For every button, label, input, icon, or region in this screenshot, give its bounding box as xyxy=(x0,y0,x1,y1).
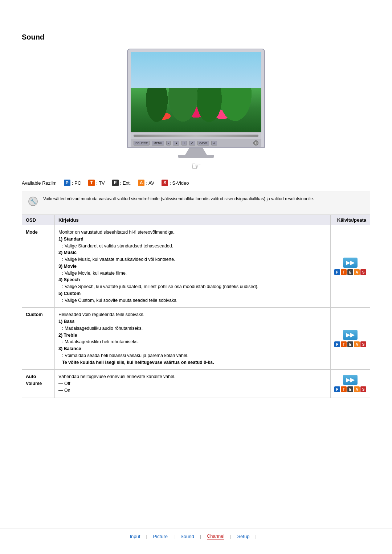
row-label-custom: Custom xyxy=(22,308,55,370)
svg-text:🔧: 🔧 xyxy=(30,198,37,205)
monitor: SOURCE MENU - ◄ + ✓ C/P/O ∧ ⏻ xyxy=(127,49,265,148)
pteas-badge-autovolume: ▶▶ P T E A S xyxy=(334,375,366,392)
pteas-letters-autovolume: P T E A S xyxy=(334,386,366,392)
minus-button[interactable]: - xyxy=(166,141,171,145)
custom-1-label: 1) Bass xyxy=(58,319,74,324)
available-modes-label: Available Reziim xyxy=(22,180,57,186)
plus-button[interactable]: + xyxy=(181,141,187,145)
mode-intro: Monitor on varustatud siseehitatud hi-fi… xyxy=(58,230,175,235)
pc-label: : PC xyxy=(72,180,81,186)
custom-2-desc: : Madalsagedusliku heli rõhutamiseks. xyxy=(58,339,139,344)
garden-scene xyxy=(131,52,261,132)
table-header-osd: OSD xyxy=(22,215,55,225)
caret-button[interactable]: ∧ xyxy=(211,141,217,145)
row-label-autovolume: AutoVolume xyxy=(22,370,55,398)
bottom-nav: Input | Picture | Sound | Channel | Setu… xyxy=(0,529,392,539)
row-action-custom: ▶▶ P T E A S xyxy=(331,308,370,370)
svideo-icon: S xyxy=(162,180,168,186)
av-icon: A xyxy=(138,180,144,186)
page-content: Sound SOURCE MENU - ◄ + ✓ C/P/O ∧ ⏻ xyxy=(0,22,392,423)
available-modes-row: Available Reziim P : PC T : TV E : Ext. … xyxy=(22,180,370,186)
custom-3-desc: : Võimaldab seada heli balanssi vasaku j… xyxy=(58,353,188,358)
pteas-s-3: S xyxy=(360,386,366,392)
pteas-e-2: E xyxy=(347,341,353,347)
pteas-s: S xyxy=(360,269,366,275)
mode-av: A : AV xyxy=(138,180,154,186)
row-action-mode: ▶▶ P T E A S xyxy=(331,225,370,308)
hand-icon: ☞ xyxy=(191,160,201,172)
pteas-e: E xyxy=(347,269,353,275)
pteas-a-3: A xyxy=(354,386,360,392)
nav-sound[interactable]: Sound xyxy=(180,534,194,539)
row-action-autovolume: ▶▶ P T E A S xyxy=(331,370,370,398)
monitor-controls-bar: SOURCE MENU - ◄ + ✓ C/P/O ∧ ⏻ xyxy=(131,139,261,147)
table-header-description: Kirjeldus xyxy=(55,215,331,225)
mode-2-desc: : Valige Music, kui vaatate muusikavideo… xyxy=(58,257,175,262)
pteas-s-2: S xyxy=(360,341,366,347)
custom-1-desc: : Madalsagedusliku audio rõhutamiseks. xyxy=(58,326,143,331)
nav-channel[interactable]: Channel xyxy=(207,533,224,539)
custom-3-note: Te võite kuulda heli isegi siis, kui hel… xyxy=(58,360,214,365)
pteas-p: P xyxy=(334,269,340,275)
pteas-t-2: T xyxy=(341,341,347,347)
power-button[interactable]: ⏻ xyxy=(253,140,258,145)
monitor-stand xyxy=(185,148,207,155)
mode-tv: T : TV xyxy=(88,180,105,186)
mode-1-desc: : Valige Standard, et valida standardsed… xyxy=(58,243,173,249)
pteas-a: A xyxy=(354,269,360,275)
table-row: Mode Monitor on varustatud siseehitatud … xyxy=(22,225,370,308)
monitor-container: SOURCE MENU - ◄ + ✓ C/P/O ∧ ⏻ ☞ xyxy=(22,49,370,172)
pteas-badge-custom: ▶▶ P T E A S xyxy=(334,330,366,347)
pteas-letters-mode: P T E A S xyxy=(334,269,366,275)
table-row: AutoVolume Vähendab helitugevuse erinevu… xyxy=(22,370,370,398)
nav-picture[interactable]: Picture xyxy=(153,534,168,539)
nav-sep-5: | xyxy=(255,534,256,539)
nav-sep-1: | xyxy=(146,534,147,539)
pteas-p-2: P xyxy=(334,341,340,347)
row-label-mode: Mode xyxy=(22,225,55,308)
monitor-screen xyxy=(131,52,261,132)
play-button-autovolume: ▶▶ xyxy=(343,375,358,385)
mode-3-label: 3) Movie xyxy=(58,264,77,269)
custom-intro: Heliseaded võib reguleerida teile sobiva… xyxy=(58,312,144,317)
svideo-label: : S-Video xyxy=(170,180,189,186)
play-button-mode: ▶▶ xyxy=(343,258,358,268)
menu-button[interactable]: MENU xyxy=(152,141,164,145)
tv-icon: T xyxy=(88,180,95,186)
cp-button[interactable]: C/P/O xyxy=(197,141,209,145)
pteas-p-3: P xyxy=(334,386,340,392)
nav-sep-3: | xyxy=(200,534,201,539)
pteas-e-3: E xyxy=(347,386,353,392)
check-button[interactable]: ✓ xyxy=(189,141,195,145)
autovolume-on: — On xyxy=(58,388,70,393)
table-row: Custom Heliseaded võib reguleerida teile… xyxy=(22,308,370,370)
pteas-t-3: T xyxy=(341,386,347,392)
av-label: : AV xyxy=(146,180,154,186)
pc-icon: P xyxy=(64,180,70,186)
ext-label: : Ext. xyxy=(120,180,131,186)
mode-3-desc: : Valige Movie, kui vaatate filme. xyxy=(58,271,127,276)
mode-2-label: 2) Music xyxy=(58,250,77,255)
pteas-a-2: A xyxy=(354,341,360,347)
nav-sep-2: | xyxy=(173,534,175,539)
ext-icon: E xyxy=(112,180,119,186)
autovolume-desc: Vähendab helitugevuse erinevusi erinevat… xyxy=(58,374,175,379)
monitor-bottom xyxy=(131,132,261,139)
play-button-custom: ▶▶ xyxy=(343,330,358,340)
pteas-badge-mode: ▶▶ P T E A S xyxy=(334,258,366,275)
nav-setup[interactable]: Setup xyxy=(237,534,249,539)
mode-4-desc: : Valige Speech, kui vaatate jutusaateid… xyxy=(58,284,258,289)
row-content-custom: Heliseaded võib reguleerida teile sobiva… xyxy=(55,308,331,370)
custom-2-label: 2) Treble xyxy=(58,333,77,338)
mode-5-desc: : Valige Custom, kui soovite muuta seade… xyxy=(58,298,177,303)
nav-input[interactable]: Input xyxy=(130,534,140,539)
mode-svideo: S : S-Video xyxy=(162,180,189,186)
mode-5-label: 5) Custom xyxy=(58,291,81,296)
nav-sep-4: | xyxy=(230,534,231,539)
row-content-mode: Monitor on varustatud siseehitatud hi-fi… xyxy=(55,225,331,308)
pteas-t: T xyxy=(341,269,347,275)
mode-1-label: 1) Standard xyxy=(58,237,83,242)
source-button[interactable]: SOURCE xyxy=(134,141,150,145)
note-box: 🔧 Vaikesätted võivad muutuda vastavalt v… xyxy=(22,192,370,215)
vol-button[interactable]: ◄ xyxy=(173,141,179,145)
